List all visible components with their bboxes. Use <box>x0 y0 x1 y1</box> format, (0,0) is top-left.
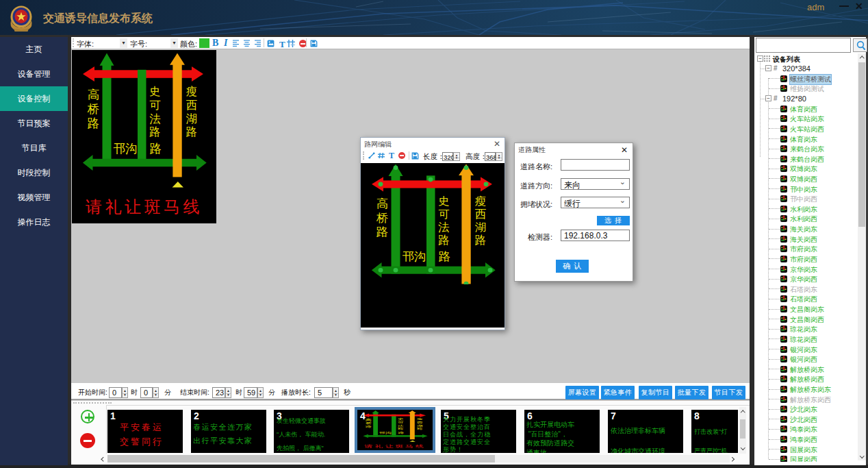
svg-text:请礼让斑马线: 请礼让斑马线 <box>86 197 203 216</box>
svg-text:请礼让斑马线: 请礼让斑马线 <box>365 445 426 449</box>
